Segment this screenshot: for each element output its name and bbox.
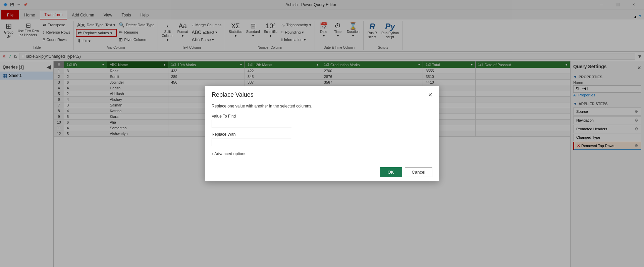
replace-with-field: Replace With (212, 132, 432, 146)
ok-button[interactable]: OK (380, 167, 402, 177)
modal-description: Replace one value with another in the se… (212, 104, 432, 108)
cancel-button[interactable]: Cancel (405, 167, 432, 177)
modal-body: Replace one value with another in the se… (205, 101, 439, 163)
advanced-arrow-icon: › (212, 151, 213, 156)
value-to-find-input[interactable] (212, 120, 292, 128)
modal-footer: OK Cancel (205, 163, 439, 181)
modal-overlay: Replace Values ✕ Replace one value with … (0, 0, 644, 267)
modal-header: Replace Values ✕ (205, 86, 439, 101)
value-to-find-field: Value To Find (212, 114, 432, 128)
modal-close-button[interactable]: ✕ (428, 92, 432, 98)
replace-with-label: Replace With (212, 132, 432, 137)
modal-title: Replace Values (212, 91, 254, 98)
replace-with-input[interactable] (212, 138, 292, 146)
replace-values-modal: Replace Values ✕ Replace one value with … (205, 86, 439, 181)
value-to-find-label: Value To Find (212, 114, 432, 119)
advanced-options-toggle[interactable]: › Advanced options (212, 150, 432, 158)
